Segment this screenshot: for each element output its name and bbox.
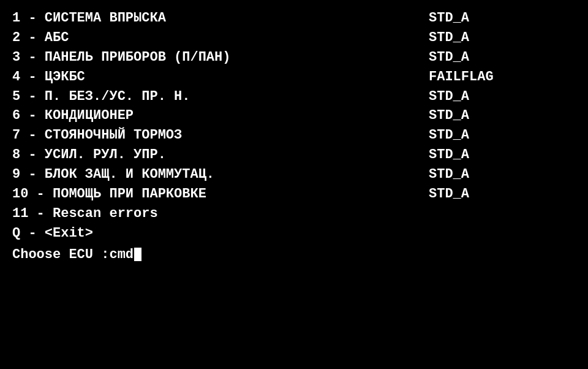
row-left-11: 11 - Rescan errors	[12, 204, 429, 224]
table-row: 1 - СИСТЕМА ВПРЫСКАSTD_A	[12, 9, 576, 28]
row-left-9: 9 - БЛОК ЗАЩ. И КОММУТАЦ.	[12, 165, 429, 184]
row-type-2: STD_A	[429, 28, 576, 48]
terminal-window: 1 - СИСТЕМА ВПРЫСКАSTD_A2 - АБСSTD_A3 - …	[12, 6, 576, 363]
row-left-12: Q - <Exit>	[12, 224, 429, 243]
table-row: 4 - ЦЭКБСFAILFLAG	[12, 67, 576, 87]
row-left-2: 2 - АБС	[12, 28, 429, 48]
table-row: 2 - АБСSTD_A	[12, 28, 576, 48]
row-left-6: 6 - КОНДИЦИОНЕР	[12, 106, 429, 126]
table-row: 7 - СТОЯНОЧНЫЙ ТОРМОЗSTD_A	[12, 126, 576, 145]
row-type-9: STD_A	[429, 165, 576, 184]
row-type-11	[429, 204, 576, 224]
rows-container: 1 - СИСТЕМА ВПРЫСКАSTD_A2 - АБСSTD_A3 - …	[12, 9, 576, 243]
row-type-3: STD_A	[429, 48, 576, 67]
prompt-row[interactable]: Choose ECU :cmd	[12, 247, 576, 262]
row-type-1: STD_A	[429, 9, 576, 28]
row-type-8: STD_A	[429, 145, 576, 165]
row-type-4: FAILFLAG	[429, 67, 576, 87]
table-row: 10 - ПОМОЩЬ ПРИ ПАРКОВКЕSTD_A	[12, 184, 576, 204]
row-left-8: 8 - УСИЛ. РУЛ. УПР.	[12, 145, 429, 165]
table-row: 8 - УСИЛ. РУЛ. УПР.STD_A	[12, 145, 576, 165]
row-left-4: 4 - ЦЭКБС	[12, 67, 429, 87]
row-type-5: STD_A	[429, 87, 576, 107]
table-row: 5 - П. БЕЗ./УС. ПР. Н.STD_A	[12, 87, 576, 107]
row-type-6: STD_A	[429, 106, 576, 126]
table-row: 6 - КОНДИЦИОНЕРSTD_A	[12, 106, 576, 126]
row-type-7: STD_A	[429, 126, 576, 145]
row-left-10: 10 - ПОМОЩЬ ПРИ ПАРКОВКЕ	[12, 184, 429, 204]
table-row: 11 - Rescan errors	[12, 204, 576, 224]
row-left-7: 7 - СТОЯНОЧНЫЙ ТОРМОЗ	[12, 126, 429, 145]
row-left-5: 5 - П. БЕЗ./УС. ПР. Н.	[12, 87, 429, 107]
row-left-3: 3 - ПАНЕЛЬ ПРИБОРОВ (П/ПАН)	[12, 48, 429, 67]
prompt-text: Choose ECU :cmd	[12, 247, 134, 262]
row-type-10: STD_A	[429, 184, 576, 204]
cursor	[134, 248, 141, 261]
row-type-12	[429, 224, 576, 243]
row-left-1: 1 - СИСТЕМА ВПРЫСКА	[12, 9, 429, 28]
table-row: Q - <Exit>	[12, 224, 576, 243]
table-row: 3 - ПАНЕЛЬ ПРИБОРОВ (П/ПАН)STD_A	[12, 48, 576, 67]
table-row: 9 - БЛОК ЗАЩ. И КОММУТАЦ.STD_A	[12, 165, 576, 184]
